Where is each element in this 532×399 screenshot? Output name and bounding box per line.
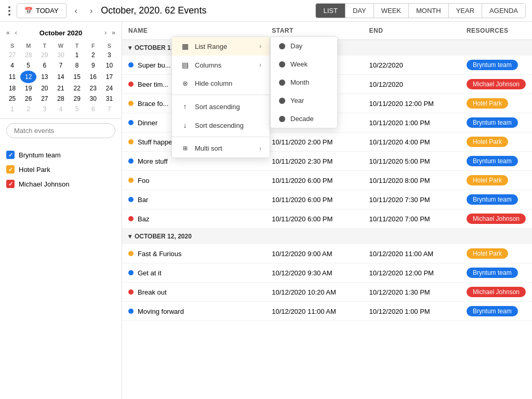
decade-dot (279, 116, 285, 122)
dropdown-item-list-range[interactable]: ▦ List Range › (172, 37, 270, 56)
columns-arrow: › (259, 61, 261, 69)
dropdown-item-sort-desc[interactable]: ↓ Sort descending (172, 116, 270, 135)
submenu-item-year[interactable]: Year (271, 91, 337, 110)
list-range-icon: ▦ (180, 42, 190, 50)
multi-sort-arrow: › (259, 145, 261, 152)
dropdown-item-label: Sort descending (195, 122, 244, 129)
submenu-item-day[interactable]: Day (271, 37, 337, 55)
submenu-item-week[interactable]: Week (271, 55, 337, 73)
submenu-label: Year (290, 97, 304, 104)
submenu-label: Month (290, 78, 309, 86)
multi-sort-icon: ⊞ (180, 145, 190, 152)
dropdown-divider-1 (172, 95, 270, 95)
submenu-label: Week (290, 60, 308, 68)
dropdown-item-label: Multi sort (195, 144, 222, 152)
hide-column-icon: ⊗ (180, 79, 190, 87)
submenu-label: Day (290, 42, 302, 50)
list-range-arrow: › (259, 43, 261, 50)
week-dot (279, 61, 285, 68)
dropdown-item-label: Columns (195, 61, 221, 69)
sort-desc-icon: ↓ (180, 121, 190, 129)
columns-icon: ▤ (180, 61, 190, 69)
day-dot (279, 43, 285, 49)
dropdown-item-columns[interactable]: ▤ Columns › (172, 56, 270, 74)
dropdown-item-multi-sort[interactable]: ⊞ Multi sort › (172, 139, 270, 157)
dropdown-menu: ▦ List Range › ▤ Columns › ⊗ Hide column… (171, 36, 270, 158)
submenu-item-decade[interactable]: Decade (271, 110, 337, 128)
dropdown-item-hide-column[interactable]: ⊗ Hide column (172, 74, 270, 92)
dropdown-item-label: Sort ascending (195, 103, 240, 111)
sort-asc-icon: ↑ (180, 102, 190, 111)
year-dot (279, 98, 285, 104)
dropdown-divider-2 (172, 137, 270, 137)
dropdown-item-label: List Range (195, 43, 227, 50)
dropdown-item-sort-asc[interactable]: ↑ Sort ascending (172, 97, 270, 116)
dropdown-item-label: Hide column (195, 79, 232, 87)
submenu: Day Week Month Year Decade (270, 36, 338, 128)
submenu-item-month[interactable]: Month (271, 73, 337, 91)
month-dot (279, 79, 285, 86)
submenu-label: Decade (290, 115, 314, 123)
